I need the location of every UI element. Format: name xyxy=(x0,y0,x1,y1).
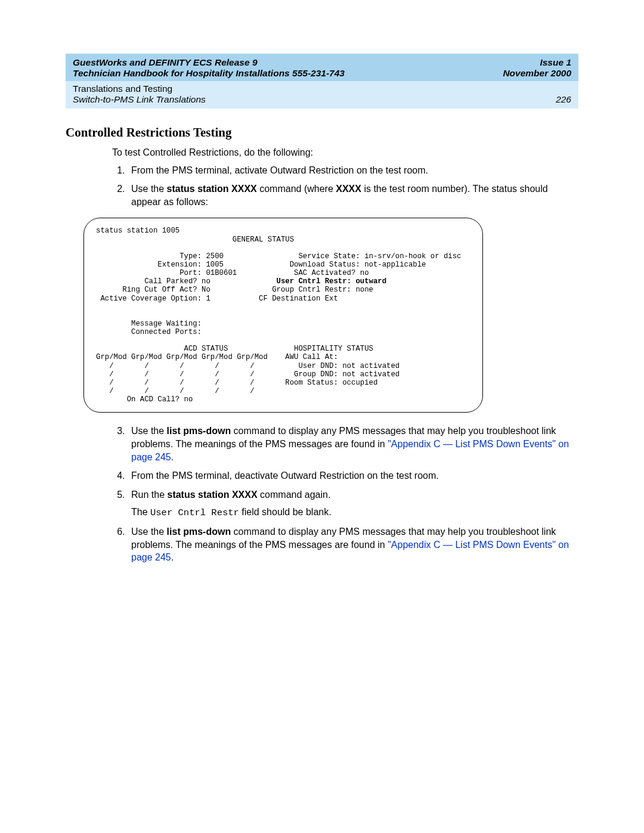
term-line: Message Waiting: xyxy=(96,320,202,328)
step-5-line2-b: field should be blank. xyxy=(239,507,332,517)
step-5: Run the status station XXXX command agai… xyxy=(128,488,578,520)
term-line-bold: User Cntrl Restr: outward xyxy=(277,277,386,286)
term-line: Connected Ports: xyxy=(96,328,202,336)
header-subtitle-left: Technician Handbook for Hospitality Inst… xyxy=(73,68,345,79)
term-line: / / / / / User DND: not activated xyxy=(96,362,400,370)
step-3-cmd: list pms-down xyxy=(167,426,231,436)
term-line: Extension: 1005 Download Status: not-app… xyxy=(96,261,426,269)
terminal-box: status station 1005 GENERAL STATUS Type:… xyxy=(83,218,483,413)
step-2: Use the status station XXXX command (whe… xyxy=(128,182,578,208)
page-number: 226 xyxy=(556,94,571,105)
header-title-left: GuestWorks and DEFINITY ECS Release 9 xyxy=(73,57,258,68)
term-line: / / / / / Group DND: not activated xyxy=(96,370,400,379)
step-3: Use the list pms-down command to display… xyxy=(128,425,578,463)
step-3-text-a: Use the xyxy=(131,426,167,436)
step-5-line2-a: The xyxy=(131,507,150,517)
chapter-name: Translations and Testing xyxy=(73,83,571,94)
term-line: status station 1005 xyxy=(96,227,179,235)
term-line: Type: 2500 Service State: in-srv/on-hook… xyxy=(96,252,462,261)
step-6-end: . xyxy=(171,552,174,562)
step-5-mono: User Cntrl Restr xyxy=(150,507,239,518)
document-number: 555-231-743 xyxy=(292,68,345,78)
header-subtitle-text: Technician Handbook for Hospitality Inst… xyxy=(73,68,292,78)
step-5-cmd: status station XXXX xyxy=(167,490,257,500)
step-4: From the PMS terminal, deactivate Outwar… xyxy=(128,469,578,482)
step-2-text-c: command (where xyxy=(257,184,336,194)
document-page: GuestWorks and DEFINITY ECS Release 9 Is… xyxy=(0,0,644,624)
step-6: Use the list pms-down command to display… xyxy=(128,525,578,564)
step-2-cmd: status station XXXX xyxy=(167,184,257,194)
term-line: ACD STATUS HOSPITALITY STATUS xyxy=(96,345,373,353)
section-title: Controlled Restrictions Testing xyxy=(66,125,578,140)
section-path-row: Switch-to-PMS Link Translations 226 xyxy=(73,94,571,105)
term-line: Grp/Mod Grp/Mod Grp/Mod Grp/Mod Grp/Mod … xyxy=(96,353,338,361)
header-row-2: Technician Handbook for Hospitality Inst… xyxy=(73,68,571,79)
term-line: Active Coverage Option: 1 CF Destination… xyxy=(96,295,338,303)
header-title-right: Issue 1 xyxy=(540,57,571,68)
term-line: / / / / / Room Status: occupied xyxy=(96,379,377,387)
header-bar: GuestWorks and DEFINITY ECS Release 9 Is… xyxy=(66,54,578,81)
steps-list-top: From the PMS terminal, activate Outward … xyxy=(112,164,578,209)
step-6-cmd: list pms-down xyxy=(167,527,231,537)
terminal-box-wrap: status station 1005 GENERAL STATUS Type:… xyxy=(83,218,483,413)
step-5-text-c: command again. xyxy=(258,490,331,500)
step-6-text-a: Use the xyxy=(131,527,167,537)
intro-text: To test Controlled Restrictions, do the … xyxy=(112,146,572,159)
term-line: / / / / / xyxy=(96,387,255,395)
step-3-end: . xyxy=(171,452,174,462)
subheader-bar: Translations and Testing Switch-to-PMS L… xyxy=(66,81,578,109)
header-row-1: GuestWorks and DEFINITY ECS Release 9 Is… xyxy=(73,57,571,68)
term-line: Ring Cut Off Act? No Group Cntrl Restr: … xyxy=(96,286,373,294)
step-2-text-a: Use the xyxy=(131,184,167,194)
step-5-text-a: Run the xyxy=(131,490,167,500)
header-date: November 2000 xyxy=(503,68,571,79)
section-path: Switch-to-PMS Link Translations xyxy=(73,94,206,105)
term-line: Port: 01B0601 SAC Activated? no xyxy=(96,269,369,277)
term-line: On ACD Call? no xyxy=(96,395,193,404)
term-line: GENERAL STATUS xyxy=(96,236,294,244)
term-line: Call Parked? no xyxy=(96,277,277,286)
step-1: From the PMS terminal, activate Outward … xyxy=(128,164,578,177)
step-2-xxxx: XXXX xyxy=(336,184,361,194)
steps-list-bottom: Use the list pms-down command to display… xyxy=(112,425,578,564)
step-5-line2: The User Cntrl Restr field should be bla… xyxy=(131,506,578,519)
